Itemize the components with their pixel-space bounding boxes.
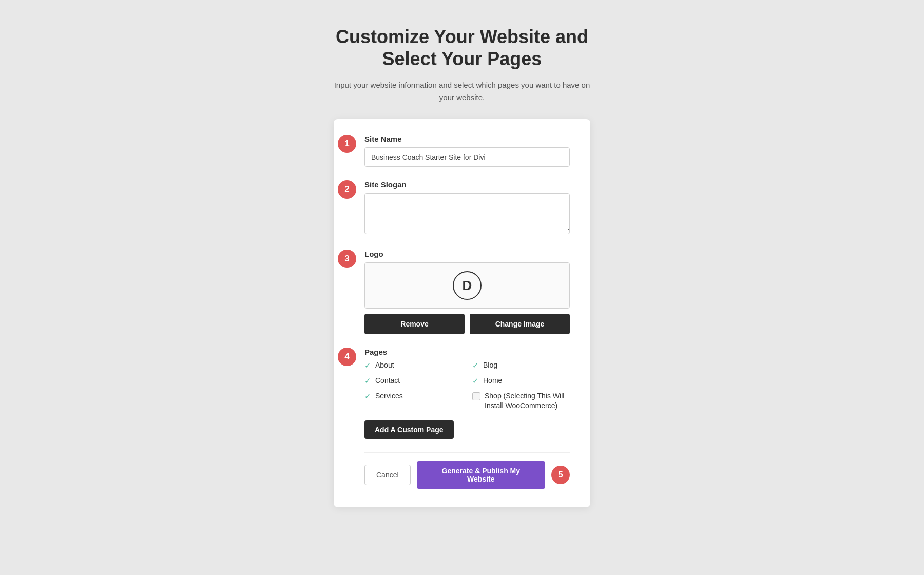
step1-label: Site Name <box>364 135 570 143</box>
page-item-about: ✓ About <box>364 360 462 371</box>
page-label-about: About <box>375 360 394 371</box>
page-item-services: ✓ Services <box>364 391 462 411</box>
action-row: Cancel Generate & Publish My Website 5 <box>364 452 570 489</box>
pages-grid: ✓ About ✓ Blog ✓ Contact ✓ Home ✓ Servic… <box>364 360 570 411</box>
step4-label: Pages <box>364 348 570 356</box>
checkbox-shop[interactable] <box>472 392 480 400</box>
remove-logo-button[interactable]: Remove <box>364 314 465 334</box>
check-icon-home: ✓ <box>472 376 479 386</box>
site-slogan-input[interactable] <box>364 193 570 234</box>
step2-label: Site Slogan <box>364 180 570 189</box>
step2-badge: 2 <box>338 180 356 199</box>
page-label-shop: Shop (Selecting This Will Install WooCom… <box>485 391 570 411</box>
step4-badge: 4 <box>338 348 356 366</box>
step3-badge: 3 <box>338 250 356 268</box>
check-icon-services: ✓ <box>364 392 371 401</box>
step3-label: Logo <box>364 250 570 258</box>
check-icon-about: ✓ <box>364 361 371 370</box>
logo-circle: D <box>453 271 482 300</box>
step1-section: 1 Site Name <box>364 135 570 167</box>
publish-button[interactable]: Generate & Publish My Website <box>417 461 545 489</box>
cancel-button[interactable]: Cancel <box>364 465 411 485</box>
step1-badge: 1 <box>338 135 356 153</box>
page-subtitle: Input your website information and selec… <box>334 79 590 104</box>
site-name-input[interactable] <box>364 147 570 167</box>
step3-section: 3 Logo D Remove Change Image <box>364 250 570 334</box>
page-label-home: Home <box>483 376 502 386</box>
step4-section: 4 Pages ✓ About ✓ Blog ✓ Contact ✓ Home <box>364 348 570 438</box>
logo-preview: D <box>364 262 570 309</box>
page-label-services: Services <box>375 391 403 401</box>
page-item-home: ✓ Home <box>472 376 570 386</box>
change-image-button[interactable]: Change Image <box>470 314 570 334</box>
form-card: 1 Site Name 2 Site Slogan 3 Logo D Remov… <box>334 119 590 507</box>
page-item-blog: ✓ Blog <box>472 360 570 371</box>
check-icon-contact: ✓ <box>364 376 371 386</box>
page-item-shop: Shop (Selecting This Will Install WooCom… <box>472 391 570 411</box>
page-label-blog: Blog <box>483 360 497 371</box>
add-custom-page-button[interactable]: Add A Custom Page <box>364 420 454 439</box>
step5-badge: 5 <box>551 466 570 484</box>
step2-section: 2 Site Slogan <box>364 180 570 236</box>
check-icon-blog: ✓ <box>472 361 479 370</box>
logo-buttons: Remove Change Image <box>364 314 570 334</box>
page-item-contact: ✓ Contact <box>364 376 462 386</box>
page-label-contact: Contact <box>375 376 400 386</box>
page-title: Customize Your Website and Select Your P… <box>336 26 588 70</box>
